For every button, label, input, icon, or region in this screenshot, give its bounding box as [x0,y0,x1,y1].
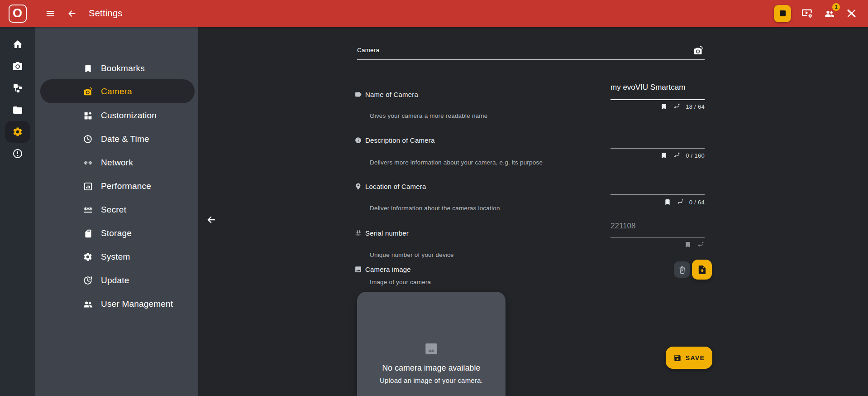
shortcut-icon[interactable] [676,198,684,206]
rail-item-home[interactable] [0,34,35,55]
char-counter: 0 / 160 [686,152,705,159]
rail-item-alerts[interactable] [0,143,35,164]
input-underline [610,194,705,195]
location-of-camera-input[interactable] [610,180,705,192]
menu-button[interactable] [45,9,55,19]
ethernet-icon [82,157,93,168]
shortcut-icon[interactable] [696,241,705,249]
info-icon [354,136,362,144]
save-button-label: SAVE [686,354,705,362]
camera-flash-icon [82,86,93,97]
video-settings-icon [801,7,813,19]
gear-icon [12,126,23,137]
sidebar-item-performance[interactable]: Performance [35,174,198,198]
field-helper-serial: Unique number of your device [370,251,454,258]
bookmark-icon[interactable] [660,152,668,159]
char-counter: 0 / 64 [689,199,705,206]
stop-stream-button[interactable] [774,5,791,22]
field-label-description: Description of Camera [354,135,434,145]
password-icon [82,204,93,215]
shortcut-icon[interactable] [672,151,681,159]
rail-item-files[interactable] [0,99,35,121]
close-icon [846,8,857,19]
collapse-sidebar-button[interactable] [206,214,217,225]
sidebar-item-label: Performance [101,181,151,191]
field-helper-location: Deliver information about the cameras lo… [370,205,500,212]
field-meta-location: 0 / 64 [610,198,705,207]
bookmark-icon[interactable] [664,198,671,206]
page-title: Settings [89,8,123,19]
group-icon [82,299,93,309]
users-button[interactable]: 1 [823,8,836,19]
label-tag-icon [354,91,362,98]
field-helper-description: Delivers more information about your cam… [370,159,543,166]
sidebar-item-label: Date & Time [101,134,149,144]
sidebar-item-label: Customization [101,111,157,121]
section-underline [357,59,705,60]
sidebar-item-camera[interactable]: Camera [35,80,198,103]
sidebar-item-update[interactable]: Update [35,269,198,292]
description-of-camera-input[interactable] [610,134,705,145]
upload-image-button[interactable] [692,260,712,280]
sidebar-item-secret[interactable]: Secret [35,198,198,222]
icon-rail [0,27,35,396]
sidebar-item-label: Update [101,275,129,285]
image-placeholder-icon [424,342,439,356]
home-icon [12,39,23,50]
logo-letter: O [9,5,27,23]
bookmark-icon[interactable] [660,103,668,110]
folder-icon [12,105,23,116]
stop-icon [780,10,786,16]
tag-number-icon [354,229,362,237]
app-logo[interactable]: O [0,0,35,27]
field-label-camera-image: Camera image [354,264,411,275]
rail-item-settings[interactable] [0,121,35,143]
sidebar-item-bookmarks[interactable]: Bookmarks [35,57,198,80]
sidebar-item-label: Secret [101,205,126,215]
sidebar-item-system[interactable]: System [35,245,198,269]
analytics-icon [82,181,93,192]
upload-file-icon [697,265,707,275]
workflow-icon [12,82,23,93]
back-button[interactable] [67,9,77,19]
customization-icon [82,110,93,121]
sidebar-item-label: Bookmarks [101,63,145,73]
place-pin-icon [354,183,362,190]
serial-number-input [610,220,705,232]
camera-image-placeholder-card: No camera image available Upload an imag… [357,292,506,396]
settings-sidebar: Bookmarks Camera Customization Date & Ti… [35,27,198,396]
sidebar-item-date-time[interactable]: Date & Time [35,127,198,151]
video-settings-button[interactable] [801,7,813,19]
save-button[interactable]: SAVE [666,347,712,369]
camera-icon [12,61,23,72]
image-icon [354,266,362,273]
close-app-button[interactable] [846,8,857,19]
input-underline [610,237,705,238]
field-label-location: Location of Camera [354,181,426,192]
bookmark-icon[interactable] [684,241,692,248]
rail-item-workflow[interactable] [0,77,35,99]
field-meta-description: 0 / 160 [610,151,705,160]
rail-item-camera[interactable] [0,55,35,77]
hamburger-icon [45,9,55,19]
sidebar-item-label: Network [101,158,133,168]
field-label-name: Name of Camera [354,89,418,100]
field-helper-camera-image: Image of your camera [370,279,431,285]
clock-icon [82,134,93,145]
input-underline [610,99,705,100]
top-bar: O Settings [0,0,868,27]
no-image-title: No camera image available [382,363,480,373]
section-label: Camera [357,47,379,53]
bookmark-icon [82,63,93,74]
arrow-left-icon [206,214,217,225]
name-of-camera-input[interactable] [610,82,705,93]
sidebar-item-customization[interactable]: Customization [35,104,198,127]
update-icon [82,275,93,286]
sidebar-item-network[interactable]: Network [35,151,198,174]
shortcut-icon[interactable] [672,102,681,111]
sidebar-item-user-management[interactable]: User Management [35,292,198,316]
sidebar-item-label: System [101,252,130,262]
sidebar-item-storage[interactable]: Storage [35,222,198,245]
alert-icon [12,148,23,159]
delete-image-button[interactable] [674,261,690,278]
